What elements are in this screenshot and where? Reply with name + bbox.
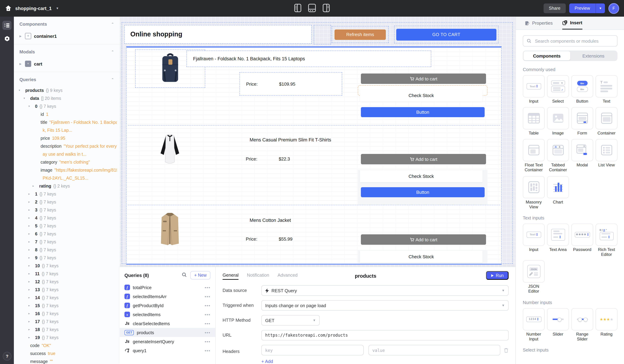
component-tile-text[interactable]: T Text [596,75,617,104]
add-header-link[interactable]: + Add [261,359,509,364]
tree-caret-icon[interactable]: ▸ [28,288,33,291]
tree-row[interactable]: price 109.95 [14,134,117,142]
components-section-header[interactable]: Components ⌃ [19,22,114,27]
check-stock-button[interactable]: Check Stock [360,251,483,263]
tree-row[interactable]: ▸ 9 {} 7 keys [14,254,117,262]
tree-row[interactable]: ▸ 10 {} 7 keys [14,262,117,270]
tree-row[interactable]: PKd-2AYL._AC_SL15... [14,174,117,182]
product-image-widget[interactable] [135,130,205,167]
tree-row[interactable]: ▾ 0 {} 7 keys [14,102,117,110]
component-tile-float-text-container[interactable]: Float Text Container [523,139,545,173]
component-tile-rich-text-editor[interactable]: B I A ” I Rich Text Editor [596,224,617,257]
tree-row[interactable]: success true [14,349,117,357]
generic-button[interactable]: Button [361,107,485,117]
add-to-cart-button[interactable]: Add to cart [361,74,486,84]
tree-caret-icon[interactable]: ▸ [28,208,33,211]
tree-row[interactable]: message "" [14,357,117,364]
tree-row[interactable]: ▸ 6 {} 7 keys [14,230,117,238]
tree-row[interactable]: ▸ 14 {} 7 keys [14,294,117,302]
tree-row[interactable]: ▸ 7 {} 7 keys [14,238,117,246]
tree-node-cart[interactable]: ▶ ≡ cart [19,60,114,68]
tree-row[interactable]: ▸ 4 {} 7 keys [14,214,117,222]
add-to-cart-button[interactable]: Add to cart [361,154,486,164]
modals-collapse-chevron-icon[interactable]: ⌃ [111,50,114,54]
tree-row[interactable]: id 1 [14,110,117,118]
tree-row[interactable]: ▸ 13 {} 7 keys [14,286,117,294]
tree-caret-icon[interactable]: ▸ [28,328,33,331]
tree-caret-icon[interactable]: ▾ [19,89,23,92]
query-row[interactable]: Js clearSelectedtems ••• [120,319,215,328]
tree-row[interactable]: code "OK" [14,341,117,349]
component-tile-table[interactable]: Table [523,107,545,135]
queries-collapse-chevron-icon[interactable]: ⌃ [111,78,114,81]
tree-caret-icon[interactable]: ▸ [28,240,33,243]
tree-caret-icon[interactable]: ▸ [28,200,33,204]
query-row[interactable]: f getProductById ••• [120,301,215,310]
check-stock-button[interactable]: Check Stock [360,170,483,182]
go-to-cart-button[interactable]: GO TO CART [396,28,496,40]
check-stock-button[interactable]: Check Stock [360,89,483,102]
toggle-left-panel-icon[interactable] [294,3,302,13]
component-tile-password[interactable]: ✱✱✱✱I Password [571,224,593,257]
tree-row[interactable]: ay use and walks in t... [14,150,117,158]
component-tile-range-slider[interactable]: Range Slider [571,308,593,341]
home-icon[interactable] [5,5,12,12]
generic-button[interactable]: Button [361,187,485,197]
components-collapse-chevron-icon[interactable]: ⌃ [111,22,114,26]
component-tile-container[interactable]: Container [596,107,617,135]
tree-caret-icon[interactable]: ▸ [28,256,33,259]
toggle-extensions[interactable]: Extensions [570,51,617,60]
query-row[interactable]: query1 ••• [120,346,215,355]
component-tile-masonry-view[interactable]: Masonry View [523,176,545,209]
url-input[interactable] [261,330,509,340]
refresh-items-button[interactable]: Refresh items [335,29,386,40]
header-value-input[interactable] [368,345,500,355]
component-tile-text-area[interactable]: I Text Area [547,224,569,257]
data-source-select[interactable]: REST Query ▼ [261,285,509,296]
toggle-bottom-panel-icon[interactable] [308,3,316,13]
editor-canvas[interactable]: Online shopping Refresh items GO TO CART… [120,17,516,267]
triggered-when-select[interactable]: Inputs change or on page load ▼ [261,300,509,311]
run-query-button[interactable]: Run [486,271,509,280]
widget-list-view[interactable]: Fjallraven - Foldsack No. 1 Backpack, Fi… [126,47,502,264]
tree-row[interactable]: ▸ 16 {} 7 keys [14,310,117,317]
query-row[interactable]: x selectedItems ••• [120,310,215,319]
toggle-right-panel-icon[interactable] [322,3,330,13]
tree-row[interactable]: ▾ products {} 9 keys [14,86,117,94]
component-tile-rating[interactable]: ★★★★ Rating [596,308,617,341]
tree-row[interactable]: ▸ rating {} 2 keys [14,182,117,190]
preview-button[interactable]: Preview [569,3,596,13]
query-menu-icon[interactable]: ••• [205,285,210,290]
product-price[interactable]: Price: $55.99 [246,236,293,242]
tree-caret-icon[interactable]: ▸ [28,304,33,307]
app-name-chevron-icon[interactable]: ▼ [56,7,59,10]
new-query-button[interactable]: + New [190,271,210,279]
tree-row[interactable]: ▸ 1 {} 7 keys [14,190,117,198]
tree-row[interactable]: ▸ 18 {} 7 keys [14,326,117,334]
product-price[interactable]: Price: $22.3 [246,156,290,161]
query-menu-icon[interactable]: ••• [205,294,210,299]
component-tile-chart[interactable]: Chart [547,176,569,209]
tree-caret-icon[interactable]: ▸ [28,280,33,283]
header-key-input[interactable] [261,345,364,355]
product-image-widget[interactable] [135,210,205,248]
tree-caret-icon[interactable]: ▸ [28,192,33,196]
tree-caret-icon[interactable]: ▸ [28,296,33,299]
query-row[interactable]: Js generateInsertQuery ••• [120,337,215,346]
settings-hexagon-icon[interactable] [2,34,11,43]
component-tile-number-input[interactable]: 1234I Number Input [523,308,545,341]
tree-caret-icon[interactable]: ▸ [28,312,33,315]
component-tile-json-editor[interactable]: JSON JSON Editor [523,260,545,294]
expand-caret-icon[interactable]: ▶ [19,62,22,65]
modals-section-header[interactable]: Modals ⌃ [19,49,114,54]
query-menu-icon[interactable]: ••• [205,321,210,326]
widget-app-title[interactable]: Online shopping [125,25,312,44]
component-tile-button[interactable]: Btn Btn Button [571,75,593,104]
tree-row[interactable]: ▸ 19 {} 7 keys [14,334,117,341]
component-tile-modal[interactable]: × Modal [571,139,593,173]
query-menu-icon[interactable]: ••• [205,312,210,317]
tree-row[interactable]: ▸ 12 {} 7 keys [14,278,117,286]
expand-caret-icon[interactable]: ▶ [19,34,22,38]
query-row[interactable]: f totalPrice ••• [120,283,215,292]
tree-row[interactable]: title "Fjallraven - Foldsack No. 1 Backp… [14,118,117,126]
